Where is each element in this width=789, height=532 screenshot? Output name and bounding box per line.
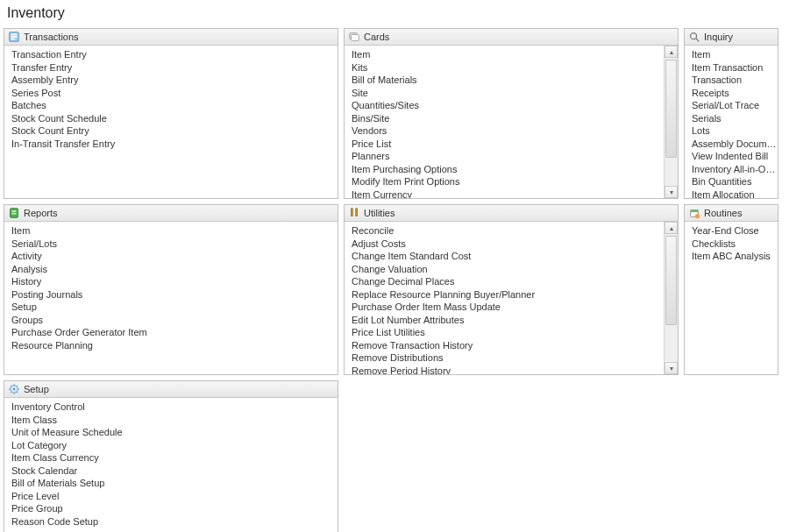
list-item[interactable]: Edit Lot Number Attributes xyxy=(352,314,664,327)
scroll-thumb[interactable] xyxy=(665,60,677,158)
list-item[interactable]: Transfer Entry xyxy=(11,61,338,74)
list-item[interactable]: Analysis xyxy=(11,263,338,276)
panel-inquiry: Inquiry Item Item Transaction Transactio… xyxy=(684,28,778,199)
scroll-up-icon[interactable]: ▴ xyxy=(665,222,678,234)
list-item[interactable]: Assembly Documents xyxy=(692,138,778,151)
list-item[interactable]: Year-End Close xyxy=(692,224,778,238)
list-item[interactable]: Vendors xyxy=(352,124,664,138)
list-item[interactable]: Serial/Lot Trace xyxy=(692,99,778,112)
list-item[interactable]: Inventory Control xyxy=(11,401,338,414)
list-item[interactable]: Remove Period History xyxy=(352,365,664,375)
list-item[interactable]: Quantities/Sites xyxy=(352,99,664,112)
list-item[interactable]: Purchase Order Item Mass Update xyxy=(352,301,664,314)
list-item[interactable]: Activity xyxy=(11,250,338,263)
list-item[interactable]: Groups xyxy=(11,314,338,327)
list-item[interactable]: History xyxy=(11,275,338,288)
list-item[interactable]: Transaction xyxy=(692,74,778,87)
list-item[interactable]: Serials xyxy=(692,112,778,125)
list-item[interactable]: Stock Count Entry xyxy=(11,124,338,138)
list-item[interactable]: Change Item Standard Cost xyxy=(352,250,664,263)
list-item[interactable]: Adjust Costs xyxy=(352,238,664,251)
list-item[interactable]: Purchase Order Generator Item xyxy=(11,326,338,339)
list-item[interactable]: Checklists xyxy=(692,238,778,251)
svg-rect-9 xyxy=(11,210,16,211)
list-item[interactable]: Stock Calendar xyxy=(11,465,338,478)
list-item[interactable]: Item ABC Analysis xyxy=(692,250,778,263)
list-item[interactable]: Assembly Entry xyxy=(11,74,338,87)
list-item[interactable]: Item xyxy=(692,48,778,61)
list-item[interactable]: Item xyxy=(352,48,664,61)
list-item[interactable]: Serial/Lots xyxy=(11,238,338,251)
panel-header-cards: Cards xyxy=(345,29,678,46)
panel-header-reports: Reports xyxy=(4,205,338,222)
svg-rect-3 xyxy=(11,39,15,40)
list-item[interactable]: Bill of Materials xyxy=(352,74,664,87)
list-item[interactable]: Remove Distributions xyxy=(352,351,664,365)
list-item[interactable]: Remove Transaction History xyxy=(352,339,664,352)
list-item[interactable]: Price Level xyxy=(11,490,338,503)
list-item[interactable]: Site xyxy=(352,87,664,100)
svg-point-6 xyxy=(691,33,697,39)
panel-transactions: Transactions Transaction Entry Transfer … xyxy=(4,28,338,199)
list-item[interactable]: Change Valuation xyxy=(352,263,664,276)
list-item[interactable]: Reason Code Setup xyxy=(11,515,338,528)
list-transactions: Transaction Entry Transfer Entry Assembl… xyxy=(4,46,338,198)
list-item[interactable]: Item Transaction xyxy=(692,61,778,74)
list-item[interactable]: Item Allocation xyxy=(692,188,778,199)
list-item[interactable]: Lots xyxy=(692,124,778,138)
inquiry-icon xyxy=(688,31,700,43)
list-item[interactable]: Reconcile xyxy=(352,224,664,238)
list-item[interactable]: Receipts xyxy=(692,87,778,100)
list-item[interactable]: Price List xyxy=(352,138,664,151)
scroll-thumb[interactable] xyxy=(665,236,677,325)
list-item[interactable]: Bill of Materials Setup xyxy=(11,477,338,490)
list-item[interactable]: Lot Category xyxy=(11,439,338,452)
list-item[interactable]: Item xyxy=(11,224,338,238)
list-item[interactable]: Bins/Site xyxy=(352,112,664,125)
list-item[interactable]: Setup xyxy=(11,301,338,314)
list-item[interactable]: Posting Journals xyxy=(11,288,338,301)
list-item[interactable]: View Indented Bill xyxy=(692,150,778,163)
setup-icon xyxy=(8,383,20,395)
panel-reports: Reports Item Serial/Lots Activity Analys… xyxy=(4,204,338,375)
panel-utilities: Utilities Reconcile Adjust Costs Change … xyxy=(344,204,679,375)
svg-line-7 xyxy=(696,39,700,42)
scroll-track[interactable] xyxy=(665,58,678,186)
list-item[interactable]: Bin Quantities xyxy=(692,175,778,188)
panel-title-cards: Cards xyxy=(364,32,389,42)
cards-icon xyxy=(348,31,360,43)
list-item[interactable]: Change Decimal Places xyxy=(352,275,664,288)
routines-icon xyxy=(688,207,700,219)
panels-container: Transactions Transaction Entry Transfer … xyxy=(0,28,789,532)
list-item[interactable]: Price Group xyxy=(11,502,338,515)
scroll-up-icon[interactable]: ▴ xyxy=(665,46,678,58)
scroll-down-icon[interactable]: ▾ xyxy=(665,186,678,198)
list-item[interactable]: Modify Item Print Options xyxy=(352,175,664,188)
list-item[interactable]: Stock Count Schedule xyxy=(11,112,338,125)
list-item[interactable]: Transaction Entry xyxy=(11,48,338,61)
list-item[interactable]: Resource Planning xyxy=(11,339,338,352)
list-cards: Item Kits Bill of Materials Site Quantit… xyxy=(345,46,664,198)
scroll-track[interactable] xyxy=(665,234,678,362)
panel-routines: Routines Year-End Close Checklists Item … xyxy=(684,204,778,375)
list-item[interactable]: Price List Utilities xyxy=(352,326,664,339)
panel-setup: Setup Inventory Control Item Class Unit … xyxy=(4,380,338,532)
list-item[interactable]: Unit of Measure Schedule xyxy=(11,426,338,439)
scrollbar-utilities[interactable]: ▴ ▾ xyxy=(664,222,678,374)
list-item[interactable]: Item Currency xyxy=(352,188,664,199)
panel-title-transactions: Transactions xyxy=(24,32,79,42)
scrollbar-cards[interactable]: ▴ ▾ xyxy=(664,46,678,198)
list-item[interactable]: Item Class Currency xyxy=(11,451,338,465)
svg-rect-12 xyxy=(691,210,699,213)
list-setup: Inventory Control Item Class Unit of Mea… xyxy=(4,398,338,532)
list-item[interactable]: Item Purchasing Options xyxy=(352,163,664,176)
list-item[interactable]: Batches xyxy=(11,99,338,112)
scroll-down-icon[interactable]: ▾ xyxy=(665,362,678,374)
list-item[interactable]: Kits xyxy=(352,61,664,74)
list-item[interactable]: Replace Resource Planning Buyer/Planner xyxy=(352,288,664,301)
list-item[interactable]: In-Transit Transfer Entry xyxy=(11,138,338,151)
list-item[interactable]: Planners xyxy=(352,150,664,163)
list-item[interactable]: Series Post xyxy=(11,87,338,100)
list-item[interactable]: Item Class xyxy=(11,414,338,427)
list-item[interactable]: Inventory All-in-One View xyxy=(692,163,778,176)
